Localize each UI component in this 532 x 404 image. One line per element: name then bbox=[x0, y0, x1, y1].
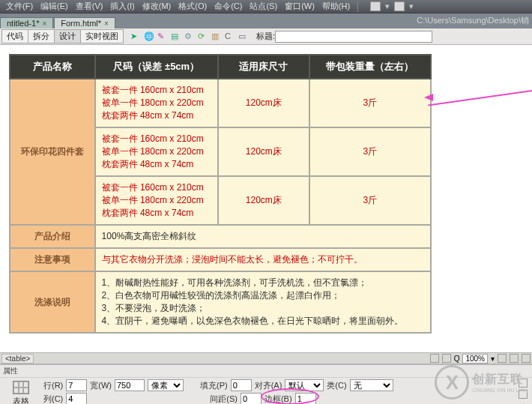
rows-input[interactable] bbox=[66, 379, 87, 391]
window-tool-icon[interactable] bbox=[510, 354, 519, 363]
globe-icon[interactable]: 🌐 bbox=[144, 31, 154, 42]
layout-icon-2[interactable] bbox=[394, 1, 405, 11]
cell-intro[interactable]: 100%高支高密全棉斜纹 bbox=[95, 225, 431, 248]
view-design-button[interactable]: 设计 bbox=[54, 29, 81, 43]
product-table[interactable]: 产品名称 尺码（误差 ±5cm） 适用床尺寸 带包装重量（左右） 环保印花四件套… bbox=[9, 54, 432, 334]
design-canvas[interactable]: 产品名称 尺码（误差 ±5cm） 适用床尺寸 带包装重量（左右） 环保印花四件套… bbox=[0, 45, 532, 352]
dropdown-icon[interactable]: ▾ bbox=[385, 1, 390, 11]
hand-tool-icon[interactable] bbox=[442, 354, 451, 363]
spec-line: 被套一件 160cm x 210cm bbox=[102, 85, 204, 95]
check-icon[interactable]: C bbox=[225, 31, 235, 42]
tag-selector-bar: <table> Q 100% ▾ bbox=[0, 352, 532, 364]
tab-untitled[interactable]: ntitled-1*× bbox=[0, 17, 53, 28]
cell-bed[interactable]: 120cm床 bbox=[218, 127, 309, 176]
menu-separator bbox=[357, 1, 358, 12]
chart-icon[interactable]: ▤ bbox=[171, 31, 181, 42]
tab-form[interactable]: Form.html*× bbox=[54, 17, 115, 28]
insert-icon[interactable]: ➤ bbox=[130, 31, 141, 42]
cell-bed[interactable]: 120cm床 bbox=[218, 79, 309, 127]
annotation-arrow bbox=[427, 79, 532, 102]
cell-notice[interactable]: 与其它衣物分开洗涤；浸泡时间不能太长，避免褪色；不可拧干。 bbox=[95, 248, 431, 271]
table-row: 注意事项 与其它衣物分开洗涤；浸泡时间不能太长，避免褪色；不可拧干。 bbox=[10, 248, 431, 271]
cols-label: 列(C) bbox=[43, 394, 63, 405]
menu-modify[interactable]: 修改(M) bbox=[142, 1, 172, 12]
cell-bed[interactable]: 120cm床 bbox=[218, 176, 309, 225]
cell-wash[interactable]: 1、耐碱耐热性能好，可用各种洗涤剂，可手洗机洗，但不宜氯漂； 2、白色衣物可用碱… bbox=[95, 271, 431, 333]
th-bed: 适用床尺寸 bbox=[218, 55, 309, 79]
spec-line: 被套一件 160cm x 210cm bbox=[102, 133, 204, 144]
close-icon[interactable]: × bbox=[42, 19, 46, 28]
spec-line: 被单一件 180cm x 220cm bbox=[102, 97, 204, 108]
tag-selector[interactable]: <table> bbox=[1, 354, 34, 364]
logo-icon: X bbox=[435, 365, 469, 400]
workspace-icons: ▾ ▾ bbox=[370, 1, 414, 11]
collapse-icon[interactable]: ▵ bbox=[519, 401, 528, 404]
table-header-row: 产品名称 尺码（误差 ±5cm） 适用床尺寸 带包装重量（左右） bbox=[10, 55, 431, 79]
spec-line: 枕套两件 48cm x 74cm bbox=[102, 159, 194, 169]
size-tool-icon[interactable] bbox=[498, 354, 507, 363]
view-code-button[interactable]: 代码 bbox=[1, 29, 28, 43]
cell-notice-label[interactable]: 注意事项 bbox=[10, 248, 95, 271]
cell-wash-label[interactable]: 洗涤说明 bbox=[10, 271, 95, 333]
border-label: 边框(B) bbox=[265, 394, 292, 405]
pad-label: 填充(P) bbox=[200, 380, 228, 391]
spec-line: 被单一件 180cm x 220cm bbox=[102, 146, 204, 157]
width-unit-select[interactable]: 像素 bbox=[148, 379, 184, 391]
th-name: 产品名称 bbox=[10, 55, 95, 79]
zoom-dropdown-icon[interactable]: ▾ bbox=[491, 355, 495, 363]
view-toolbar: 代码 拆分 设计 实时视图 ➤ 🌐 ✎ ▤ ⚙ ⟳ ▥ C ▭ 标题: bbox=[0, 28, 532, 45]
logo-watermark: X 创新互联 CHUANG XIN HU LIAN bbox=[435, 365, 528, 400]
spec-line: 枕套两件 48cm x 74cm bbox=[102, 110, 194, 121]
properties-icon-area: 表格 bbox=[3, 379, 39, 404]
document-tab-bar: ntitled-1*× Form.html*× C:\Users\Samsung… bbox=[0, 13, 532, 28]
panel-label: 表格 bbox=[3, 396, 39, 404]
zoom-out-icon[interactable]: Q bbox=[454, 355, 460, 363]
cell-weight[interactable]: 3斤 bbox=[309, 79, 431, 127]
page-icon[interactable]: ▭ bbox=[238, 31, 249, 42]
refresh-icon[interactable]: ⟳ bbox=[198, 31, 208, 42]
cell-spec[interactable]: 被套一件 160cm x 210cm被单一件 180cm x 220cm枕套两件… bbox=[95, 127, 218, 176]
cell-intro-label[interactable]: 产品介绍 bbox=[10, 225, 95, 248]
align-select[interactable]: 默认 bbox=[285, 379, 324, 391]
table-icon bbox=[13, 381, 29, 394]
spec-line: 枕套两件 48cm x 74cm bbox=[102, 208, 194, 218]
cols-input[interactable] bbox=[66, 393, 87, 404]
download-tool-icon[interactable] bbox=[522, 354, 531, 363]
layout-icon[interactable] bbox=[370, 1, 381, 11]
menu-file[interactable]: 文件(F) bbox=[6, 1, 33, 12]
gear-icon[interactable]: ⚙ bbox=[184, 31, 195, 42]
menu-edit[interactable]: 编辑(E) bbox=[40, 1, 68, 12]
pad-input[interactable] bbox=[231, 379, 252, 391]
cell-weight[interactable]: 3斤 bbox=[309, 127, 431, 176]
th-weight: 带包装重量（左右） bbox=[309, 55, 431, 79]
border-input[interactable] bbox=[295, 393, 316, 404]
menu-bar: 文件(F) 编辑(E) 查看(V) 插入(I) 修改(M) 格式(O) 命令(C… bbox=[0, 0, 532, 13]
cell-product-name[interactable]: 环保印花四件套 bbox=[10, 79, 95, 225]
cell-spec[interactable]: 被套一件 160cm x 210cm被单一件 180cm x 220cm枕套两件… bbox=[95, 79, 218, 127]
table-row: 环保印花四件套 被套一件 160cm x 210cm被单一件 180cm x 2… bbox=[10, 79, 431, 127]
menu-window[interactable]: 窗口(W) bbox=[285, 1, 315, 12]
tab-label: ntitled-1* bbox=[7, 19, 39, 28]
width-input[interactable] bbox=[115, 379, 145, 391]
pointer-tool-icon[interactable] bbox=[430, 354, 439, 363]
zoom-level[interactable]: 100% bbox=[462, 354, 488, 364]
view-live-button[interactable]: 实时视图 bbox=[80, 29, 124, 43]
menu-insert[interactable]: 插入(I) bbox=[110, 1, 134, 12]
space-input[interactable] bbox=[241, 393, 262, 404]
cell-spec[interactable]: 被套一件 160cm x 210cm被单一件 180cm x 220cm枕套两件… bbox=[95, 176, 218, 225]
close-icon[interactable]: × bbox=[104, 19, 109, 28]
menu-format[interactable]: 格式(O) bbox=[178, 1, 207, 12]
dropdown-icon-2[interactable]: ▾ bbox=[409, 1, 414, 11]
title-input[interactable] bbox=[275, 31, 432, 43]
class-select[interactable]: 无 bbox=[350, 379, 393, 391]
menu-view[interactable]: 查看(V) bbox=[76, 1, 103, 12]
cell-weight[interactable]: 3斤 bbox=[309, 176, 431, 225]
menu-site[interactable]: 站点(S) bbox=[250, 1, 277, 12]
menu-help[interactable]: 帮助(H) bbox=[322, 1, 350, 12]
space-label: 间距(S) bbox=[210, 394, 238, 405]
spec-line: 被单一件 180cm x 220cm bbox=[102, 195, 204, 205]
book-icon[interactable]: ▥ bbox=[211, 31, 222, 42]
wand-icon[interactable]: ✎ bbox=[157, 31, 168, 42]
view-split-button[interactable]: 拆分 bbox=[28, 29, 55, 43]
menu-command[interactable]: 命令(C) bbox=[214, 1, 242, 12]
